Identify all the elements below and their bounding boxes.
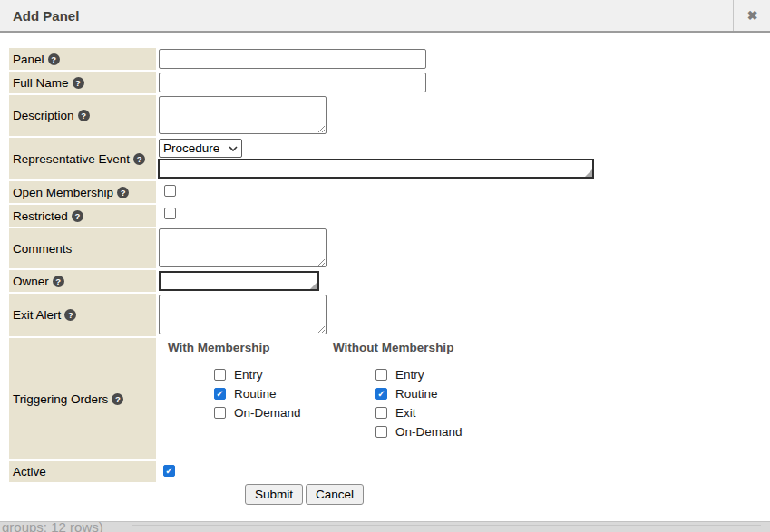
checkbox-option[interactable]: Routine — [375, 388, 463, 400]
checkbox-option[interactable]: Exit — [375, 407, 463, 419]
active-label: Active — [13, 465, 46, 479]
combo-corner-icon — [585, 169, 592, 177]
row-label-description: Description — [9, 95, 156, 136]
help-icon[interactable] — [64, 309, 76, 321]
option-label: Entry — [395, 368, 424, 382]
combo-corner-icon — [310, 282, 317, 289]
help-icon[interactable] — [48, 53, 60, 65]
cancel-button[interactable]: Cancel — [306, 484, 364, 505]
checkbox-option[interactable]: Entry — [214, 369, 301, 381]
row-label-full-name: Full Name — [9, 72, 156, 93]
option-label: Routine — [234, 387, 277, 401]
without-membership-options: Entry Routine Exit On-Demand — [375, 369, 463, 438]
entry-checkbox[interactable] — [375, 369, 387, 381]
background-page-strip: groups: 12 rows) — [0, 521, 770, 532]
representative-event-select[interactable]: Procedure — [159, 139, 242, 158]
option-label: Routine — [395, 387, 438, 401]
routine-checkbox[interactable] — [375, 388, 387, 400]
comments-textarea[interactable] — [159, 228, 327, 267]
background-partial-text: groups: 12 rows) — [2, 521, 103, 532]
option-label: On-Demand — [234, 406, 301, 420]
representative-event-input[interactable] — [160, 160, 592, 177]
triggering-orders-label: Triggering Orders — [13, 392, 108, 406]
help-icon[interactable] — [72, 210, 83, 222]
without-membership-header: Without Membership — [333, 341, 453, 354]
option-label: On-Demand — [395, 425, 463, 439]
checkbox-option[interactable]: On-Demand — [214, 407, 301, 419]
header-divider — [733, 0, 734, 31]
restricted-label: Restricted — [13, 209, 68, 223]
with-membership-header: With Membership — [168, 341, 269, 354]
exit-alert-textarea[interactable] — [159, 295, 327, 334]
checkbox-option[interactable]: On-Demand — [375, 426, 463, 438]
full-name-input[interactable] — [159, 73, 426, 92]
representative-event-selected-option: Procedure — [163, 141, 219, 155]
dialog-header: Add Panel — [0, 0, 770, 33]
row-label-triggering-orders: Triggering Orders — [9, 338, 156, 459]
on-demand-checkbox[interactable] — [214, 407, 226, 419]
help-icon[interactable] — [78, 110, 90, 121]
row-label-exit-alert: Exit Alert — [9, 294, 156, 336]
exit-checkbox[interactable] — [375, 407, 387, 419]
representative-event-label: Representative Event — [13, 152, 130, 166]
comments-label: Comments — [13, 242, 72, 256]
add-panel-dialog: Add Panel Panel Full Name Description Re… — [0, 0, 770, 532]
close-icon — [747, 9, 758, 22]
description-textarea[interactable] — [159, 96, 327, 134]
description-label: Description — [13, 109, 74, 122]
help-icon[interactable] — [117, 187, 129, 198]
open-membership-checkbox[interactable] — [164, 185, 176, 197]
option-label: Entry — [234, 368, 263, 382]
row-label-owner: Owner — [9, 270, 156, 292]
open-membership-label: Open Membership — [13, 186, 113, 199]
row-label-active: Active — [9, 461, 156, 482]
owner-label: Owner — [13, 275, 49, 288]
active-checkbox[interactable] — [163, 465, 175, 477]
chevron-down-icon — [229, 146, 238, 151]
row-label-open-membership: Open Membership — [9, 181, 156, 203]
triggering-orders-section: With Membership Without Membership Entry… — [159, 338, 630, 459]
checkbox-option[interactable]: Entry — [375, 369, 463, 381]
restricted-checkbox[interactable] — [164, 208, 176, 219]
on-demand-checkbox[interactable] — [375, 426, 387, 438]
entry-checkbox[interactable] — [214, 369, 226, 381]
help-icon[interactable] — [133, 153, 145, 165]
option-label: Exit — [395, 406, 416, 420]
routine-checkbox[interactable] — [214, 388, 226, 400]
full-name-label: Full Name — [13, 76, 69, 90]
owner-combo — [159, 271, 319, 291]
row-label-panel: Panel — [9, 48, 156, 70]
with-membership-options: Entry Routine On-Demand — [214, 369, 301, 419]
help-icon[interactable] — [53, 276, 64, 287]
close-button[interactable] — [735, 0, 770, 31]
panel-input[interactable] — [159, 49, 426, 69]
checkbox-option[interactable]: Routine — [214, 388, 301, 400]
exit-alert-label: Exit Alert — [13, 308, 61, 322]
panel-label: Panel — [13, 53, 44, 66]
background-divider-line — [132, 525, 761, 526]
owner-input[interactable] — [161, 273, 317, 289]
help-icon[interactable] — [112, 393, 123, 405]
dialog-title: Add Panel — [13, 8, 79, 24]
representative-event-combo — [158, 159, 594, 179]
row-label-restricted: Restricted — [9, 205, 156, 227]
submit-button[interactable]: Submit — [245, 484, 303, 505]
row-label-comments: Comments — [9, 228, 156, 268]
help-icon[interactable] — [73, 77, 84, 89]
row-label-representative-event: Representative Event — [9, 138, 156, 179]
